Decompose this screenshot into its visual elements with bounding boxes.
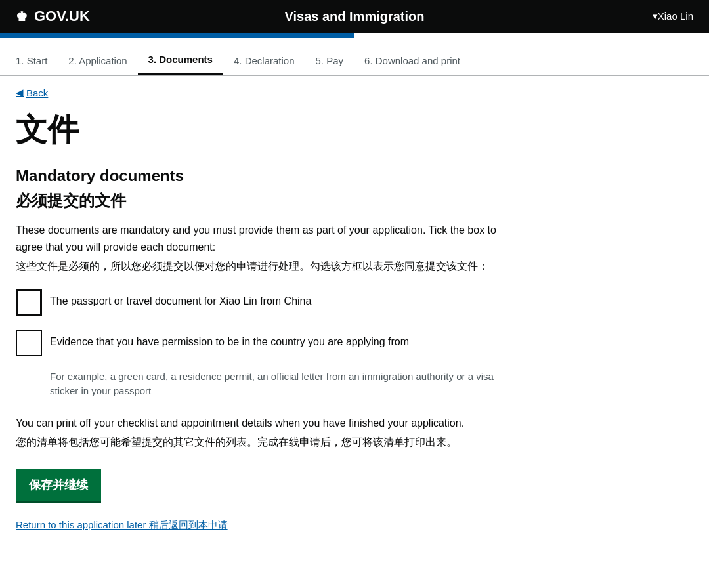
section-heading-en: Mandatory documents bbox=[16, 167, 509, 185]
info-zh: 您的清单将包括您可能希望提交的其它文件的列表。完成在线申请后，您可将该清单打印出… bbox=[16, 434, 509, 451]
step-nav-item-5[interactable]: 5. Pay bbox=[305, 50, 354, 74]
back-arrow-icon: ◀ bbox=[16, 87, 24, 98]
logo[interactable]: ♚ GOV.UK bbox=[16, 8, 90, 25]
info-en: You can print off your checklist and app… bbox=[16, 415, 509, 432]
save-button[interactable]: 保存并继续 bbox=[16, 469, 101, 503]
section-heading-zh: 必须提交的文件 bbox=[16, 190, 509, 211]
description-zh: 这些文件是必须的，所以您必须提交以便对您的申请进行处理。勾选该方框以表示您同意提… bbox=[16, 258, 509, 275]
main-content: 文件 Mandatory documents 必须提交的文件 These doc… bbox=[0, 109, 525, 558]
description-en: These documents are mandatory and you mu… bbox=[16, 222, 509, 255]
step-nav-item-2[interactable]: 2. Application bbox=[58, 50, 137, 74]
logo-text: GOV.UK bbox=[34, 8, 90, 25]
step-nav-item-3[interactable]: 3. Documents bbox=[138, 49, 223, 75]
header-title: Visas and Immigration bbox=[284, 9, 424, 24]
checkbox-1[interactable] bbox=[16, 289, 42, 316]
return-link[interactable]: Return to this application later 稍后返回到本申… bbox=[16, 519, 228, 530]
back-link-container: ◀ Back bbox=[0, 76, 709, 109]
header: ♚ GOV.UK Visas and Immigration ▾Xiao Lin bbox=[0, 0, 709, 33]
step-nav-item-6[interactable]: 6. Download and print bbox=[354, 50, 471, 74]
checkbox-item-2: Evidence that you have permission to be … bbox=[16, 329, 509, 356]
step-nav-item-4[interactable]: 4. Declaration bbox=[223, 50, 305, 74]
checkbox-2[interactable] bbox=[16, 330, 42, 356]
crown-icon: ♚ bbox=[16, 9, 28, 24]
checkbox-item-1: The passport or travel document for Xiao… bbox=[16, 288, 509, 316]
progress-bar bbox=[0, 33, 354, 38]
back-link[interactable]: ◀ Back bbox=[16, 87, 693, 98]
step-nav-item-1[interactable]: 1. Start bbox=[16, 50, 58, 74]
step-nav: 1. Start 2. Application 3. Documents 4. … bbox=[0, 38, 709, 76]
checkbox-item-2-container: Evidence that you have permission to be … bbox=[16, 329, 509, 399]
checkbox-1-label[interactable]: The passport or travel document for Xiao… bbox=[50, 288, 311, 309]
checkbox-2-hint: For example, a green card, a residence p… bbox=[50, 369, 509, 399]
page-title: 文件 bbox=[16, 109, 509, 151]
user-menu[interactable]: ▾Xiao Lin bbox=[653, 10, 693, 22]
checkbox-2-label[interactable]: Evidence that you have permission to be … bbox=[50, 329, 409, 350]
